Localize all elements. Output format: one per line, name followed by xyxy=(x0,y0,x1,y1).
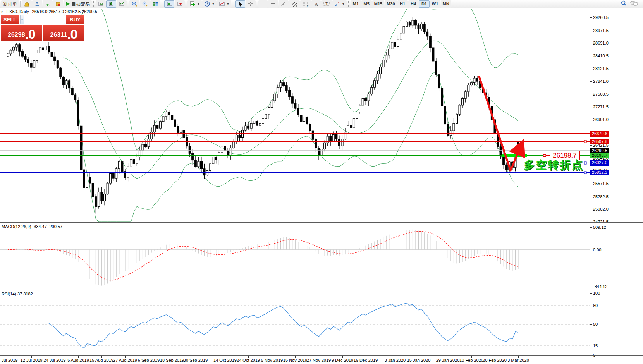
sell-price-display[interactable]: 26298.0 xyxy=(1,25,42,41)
rsi-tick xyxy=(590,346,592,346)
window-separator[interactable] xyxy=(0,290,643,290)
price-axis-line xyxy=(590,8,590,356)
signals-icon xyxy=(45,1,51,7)
timeframe-button-m1[interactable]: M1 xyxy=(351,0,361,8)
date-tick-label: 3 Mar 2020 xyxy=(507,358,529,362)
window-marker-icon: ▸ xyxy=(2,10,3,14)
macd-indicator-label: MACD(12,26,9) -334.47 -200.57 xyxy=(2,224,62,229)
chat-icon[interactable] xyxy=(630,0,638,8)
new-order-label: 新订单 xyxy=(3,1,17,7)
buy-price-big: .0 xyxy=(67,28,77,40)
signals-button[interactable] xyxy=(43,0,53,8)
macd-tick-label: 509.12 xyxy=(593,225,606,230)
date-tick-label: 24 Oct 2019 xyxy=(237,358,260,362)
templates-button[interactable]: ▼ xyxy=(217,0,231,8)
timeframe-button-m5[interactable]: M5 xyxy=(361,0,372,8)
crosshair-button[interactable] xyxy=(246,0,256,8)
price-tick xyxy=(590,17,592,18)
periods-button[interactable]: ▼ xyxy=(202,0,217,8)
price-tick-label: 28971.5 xyxy=(593,28,609,33)
autotrading-label: 自动交易 xyxy=(71,1,90,7)
price-tick xyxy=(590,81,592,82)
rsi-tick-label: 100 xyxy=(593,291,600,295)
text-icon: A xyxy=(313,1,319,7)
candlestick-chart-icon xyxy=(108,1,114,7)
timeframe-button-m30[interactable]: M30 xyxy=(385,0,397,8)
buy-price-display[interactable]: 26311.0 xyxy=(43,25,84,41)
autotrading-button[interactable]: 自动交易 xyxy=(64,0,92,8)
date-tick-label: 18 Sep 2019 xyxy=(160,358,184,362)
tile-windows-button[interactable] xyxy=(150,0,160,8)
text-button[interactable]: A xyxy=(311,0,321,8)
candlestick-chart-button[interactable] xyxy=(106,0,116,8)
price-tick-label: 27271.5 xyxy=(593,105,609,109)
auto-scroll-icon xyxy=(166,1,172,7)
dropdown-arrow-icon: ▼ xyxy=(212,3,215,5)
new-order-button[interactable]: 新订单 xyxy=(1,0,19,8)
macd-tick-label: 0.00 xyxy=(593,247,601,252)
toolbar-drag-handle[interactable] xyxy=(93,1,94,7)
price-tick-label: 28691.0 xyxy=(593,41,609,45)
trendline-icon xyxy=(280,1,287,7)
timeframe-button-h4[interactable]: H4 xyxy=(408,0,419,8)
arrows-button[interactable]: ▼ xyxy=(332,0,347,8)
fibonacci-button[interactable]: F xyxy=(300,0,311,8)
cursor-icon xyxy=(237,1,243,7)
timeframe-button-mn[interactable]: MN xyxy=(441,0,451,8)
news-icon xyxy=(55,1,61,7)
macd-chart-canvas[interactable] xyxy=(0,223,590,290)
community-button[interactable] xyxy=(32,0,42,8)
timeframe-button-w1[interactable]: W1 xyxy=(430,0,440,8)
price-tick-label: 25571.5 xyxy=(593,181,609,186)
horizontal-line-button[interactable] xyxy=(268,0,278,8)
indicators-button[interactable]: ▼ xyxy=(187,0,202,8)
window-separator[interactable] xyxy=(0,222,643,223)
date-tick-label: 6 Sep 2019 xyxy=(138,358,160,362)
zoom-out-button[interactable] xyxy=(140,0,150,8)
cn-annotation-label[interactable]: 多空转折点 xyxy=(524,158,584,172)
toolbar-drag-handle[interactable] xyxy=(348,1,349,7)
price-tick-label: 28121.5 xyxy=(593,66,609,71)
buy-button[interactable]: BUY xyxy=(66,15,84,24)
date-tick-label: 2 Jul 2019 xyxy=(0,358,17,362)
svg-text:A: A xyxy=(315,1,318,7)
date-tick-label: 10 Feb 2020 xyxy=(459,358,483,362)
toolbar-drag-handle[interactable] xyxy=(162,1,163,7)
price-tick xyxy=(590,56,592,56)
zoom-in-icon xyxy=(131,1,138,7)
volume-input[interactable] xyxy=(24,15,65,24)
timeframe-button-d1[interactable]: D1 xyxy=(419,0,430,8)
market-button[interactable] xyxy=(22,0,32,8)
cursor-button[interactable] xyxy=(235,0,245,8)
bar-chart-button[interactable] xyxy=(96,0,106,8)
price-tick-label: 27841.0 xyxy=(593,79,609,84)
toolbar-drag-handle[interactable] xyxy=(233,1,234,7)
timeframe-button-h1[interactable]: H1 xyxy=(397,0,408,8)
main-chart-canvas[interactable] xyxy=(0,8,590,223)
volume-decrease-button[interactable]: ▼ xyxy=(20,15,24,24)
trendline-button[interactable] xyxy=(279,0,289,8)
search-icon[interactable] xyxy=(621,0,627,8)
price-tick-label: 25002.0 xyxy=(593,207,609,211)
date-tick-label: 15 Nov 2019 xyxy=(283,358,307,362)
autotrading-icon xyxy=(65,2,70,6)
auto-scroll-button[interactable] xyxy=(164,0,174,8)
chart-shift-button[interactable] xyxy=(175,0,185,8)
zoom-in-button[interactable] xyxy=(129,0,139,8)
rsi-chart-canvas[interactable] xyxy=(0,291,590,355)
symbol-period-label: HK50.,Daily xyxy=(7,9,29,14)
news-button[interactable] xyxy=(53,0,63,8)
dropdown-arrow-icon: ▼ xyxy=(227,3,229,5)
text-label-button[interactable]: T xyxy=(321,0,332,8)
vertical-line-icon xyxy=(260,1,266,7)
price-badge: 26507.8 xyxy=(590,139,609,144)
equidistant-channel-button[interactable]: E xyxy=(289,0,300,8)
sell-button[interactable]: SELL xyxy=(1,15,19,24)
line-chart-button[interactable] xyxy=(117,0,127,8)
toolbar-divider xyxy=(20,1,21,7)
date-tick-label: 5 Nov 2019 xyxy=(261,358,283,362)
timeframe-button-m15[interactable]: M15 xyxy=(372,0,384,8)
price-tick xyxy=(590,107,592,107)
rsi-tick-label: 50 xyxy=(593,322,598,326)
vertical-line-button[interactable] xyxy=(258,0,268,8)
